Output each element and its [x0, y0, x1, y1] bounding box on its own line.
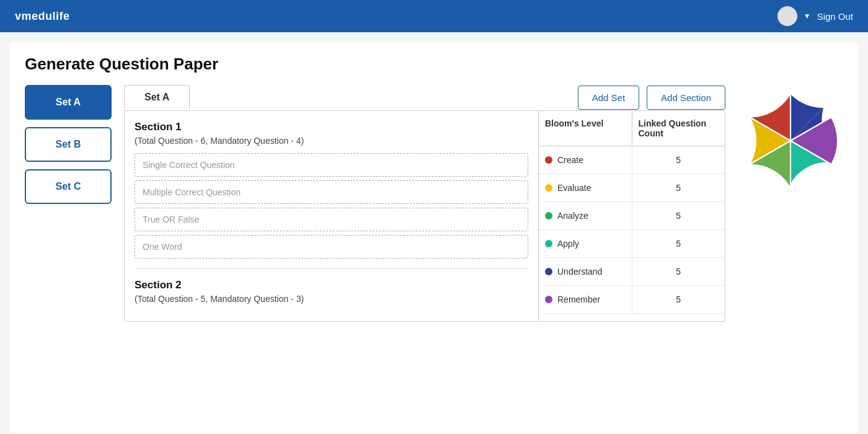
section-2-title: Section 2: [135, 279, 528, 291]
sign-out-button[interactable]: Sign Out: [817, 11, 853, 22]
section-1: Section 1 (Total Question - 6, Mandatory…: [135, 121, 528, 259]
bloom-level-understand: Understand: [539, 258, 632, 285]
dot-evaluate: [545, 184, 552, 192]
bloom-count-apply: 5: [632, 230, 725, 257]
bloom-label-understand: Understand: [557, 267, 602, 277]
bloom-count-analyze: 5: [632, 202, 725, 229]
app-logo: vmedulife: [15, 10, 70, 23]
blooms-level-header: Bloom's Level: [539, 111, 632, 146]
inner-layout: Section 1 (Total Question - 6, Mandatory…: [125, 111, 725, 321]
bloom-label-create: Create: [557, 155, 583, 165]
sets-sidebar: Set A Set B Set C: [25, 85, 112, 204]
add-set-button[interactable]: Add Set: [578, 86, 639, 110]
blooms-count-header: Linked Question Count: [632, 111, 725, 146]
bloom-row-analyze: Analyze 5: [539, 202, 725, 230]
main-table: Section 1 (Total Question - 6, Mandatory…: [124, 110, 725, 322]
bloom-label-evaluate: Evaluate: [557, 183, 591, 193]
bloom-row-create: Create 5: [539, 146, 725, 174]
pie-chart: [741, 94, 840, 187]
question-type-oneword[interactable]: One Word: [135, 235, 528, 259]
section-2: Section 2 (Total Question - 5, Mandatory…: [135, 279, 528, 304]
tab-action-row: Set A Add Set Add Section: [124, 85, 725, 110]
app-header: vmedulife ▼ Sign Out: [0, 0, 868, 32]
action-buttons: Add Set Add Section: [578, 86, 725, 110]
bloom-level-analyze: Analyze: [539, 202, 632, 229]
sections-panel: Section 1 (Total Question - 6, Mandatory…: [125, 111, 539, 321]
chevron-down-icon: ▼: [804, 12, 811, 20]
blooms-panel: Bloom's Level Linked Question Count Crea…: [539, 111, 725, 321]
question-type-multiple[interactable]: Multiple Correct Question: [135, 180, 528, 204]
section-divider: [135, 268, 528, 269]
page-container: Generate Question Paper Set A Set B Set …: [10, 42, 858, 433]
tab-list: Set A: [124, 85, 190, 110]
bloom-level-evaluate: Evaluate: [539, 174, 632, 202]
bloom-row-understand: Understand 5: [539, 258, 725, 286]
bloom-label-remember: Remember: [557, 294, 600, 304]
dot-remember: [545, 296, 552, 303]
dot-analyze: [545, 212, 552, 219]
avatar[interactable]: [777, 6, 797, 26]
dot-create: [545, 156, 552, 164]
set-b-button[interactable]: Set B: [25, 127, 112, 162]
dot-apply: [545, 240, 552, 247]
bloom-count-remember: 5: [632, 286, 725, 313]
pie-chart-area: [738, 85, 843, 197]
bloom-level-create: Create: [539, 146, 632, 174]
bloom-level-apply: Apply: [539, 230, 632, 257]
question-type-truefalse[interactable]: True OR False: [135, 208, 528, 231]
section-1-subtitle: (Total Question - 6, Mandatory Question …: [135, 136, 528, 146]
bloom-label-apply: Apply: [557, 239, 579, 249]
add-section-button[interactable]: Add Section: [647, 86, 725, 110]
blooms-header: Bloom's Level Linked Question Count: [539, 111, 725, 146]
section-1-title: Section 1: [135, 121, 528, 133]
bloom-count-understand: 5: [632, 258, 725, 285]
bloom-count-evaluate: 5: [632, 174, 725, 202]
bloom-level-remember: Remember: [539, 286, 632, 313]
content-area: Set A Add Set Add Section Section 1 (Tot…: [124, 85, 725, 322]
question-type-single[interactable]: Single Correct Question: [135, 153, 528, 177]
page-title: Generate Question Paper: [25, 55, 843, 74]
bloom-row-apply: Apply 5: [539, 230, 725, 258]
section-2-subtitle: (Total Question - 5, Mandatory Question …: [135, 294, 528, 304]
dot-understand: [545, 268, 552, 275]
main-layout: Set A Set B Set C Set A Add Set Add Sect…: [25, 85, 843, 322]
set-a-button[interactable]: Set A: [25, 85, 112, 120]
bloom-label-analyze: Analyze: [557, 211, 588, 221]
tab-set-a[interactable]: Set A: [124, 85, 190, 110]
bloom-count-create: 5: [632, 146, 725, 174]
header-right: ▼ Sign Out: [777, 6, 853, 26]
set-c-button[interactable]: Set C: [25, 169, 112, 204]
bloom-row-evaluate: Evaluate 5: [539, 174, 725, 202]
bloom-row-remember: Remember 5: [539, 286, 725, 314]
